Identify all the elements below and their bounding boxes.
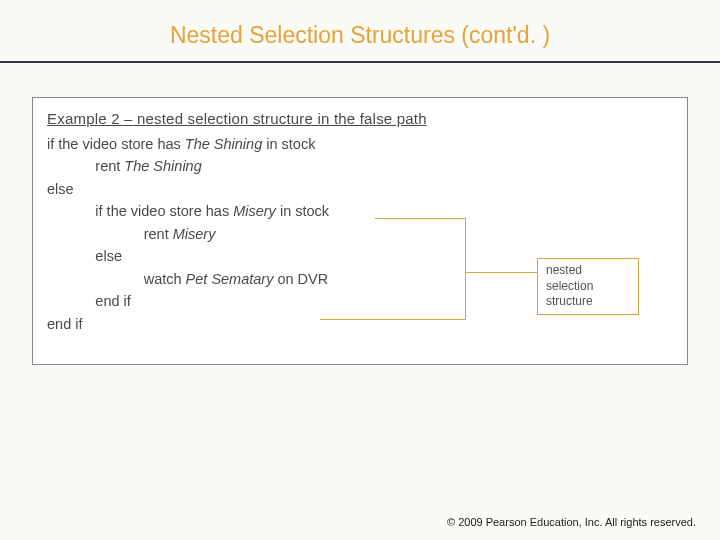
text: watch <box>47 271 186 287</box>
code-line-2: rent The Shining <box>47 155 673 177</box>
example-figure: Example 2 – nested selection structure i… <box>32 97 688 365</box>
text: rent <box>47 226 173 242</box>
movie-title: Misery <box>233 203 276 219</box>
code-line-9: end if <box>47 313 673 335</box>
text: in stock <box>276 203 329 219</box>
movie-title: Pet Sematary <box>186 271 274 287</box>
connector-line <box>375 218 465 219</box>
code-line-1: if the video store has The Shining in st… <box>47 133 673 155</box>
copyright-text: 2009 Pearson Education, Inc. All rights … <box>458 516 696 528</box>
text: if the video store has <box>47 136 185 152</box>
code-line-4: if the video store has Misery in stock <box>47 200 673 222</box>
text: if the video store has <box>47 203 233 219</box>
callout-box: nested selection structure <box>537 258 639 315</box>
movie-title: Misery <box>173 226 216 242</box>
callout-line-2: structure <box>546 294 630 310</box>
connector-line <box>465 218 466 319</box>
movie-title: The Shining <box>124 158 201 174</box>
movie-title: The Shining <box>185 136 262 152</box>
example-heading: Example 2 – nested selection structure i… <box>47 110 673 127</box>
figure-container: Example 2 – nested selection structure i… <box>32 97 688 365</box>
callout-line-1: nested selection <box>546 263 630 294</box>
text: in stock <box>262 136 315 152</box>
text: on DVR <box>273 271 328 287</box>
copyright-icon: © <box>447 516 455 528</box>
code-line-3: else <box>47 178 673 200</box>
connector-line <box>320 319 466 320</box>
slide-title: Nested Selection Structures (cont'd. ) <box>0 0 720 61</box>
text: rent <box>47 158 124 174</box>
copyright-footer: © 2009 Pearson Education, Inc. All right… <box>447 516 696 528</box>
connector-line <box>465 272 539 273</box>
code-line-5: rent Misery <box>47 223 673 245</box>
title-rule <box>0 61 720 63</box>
